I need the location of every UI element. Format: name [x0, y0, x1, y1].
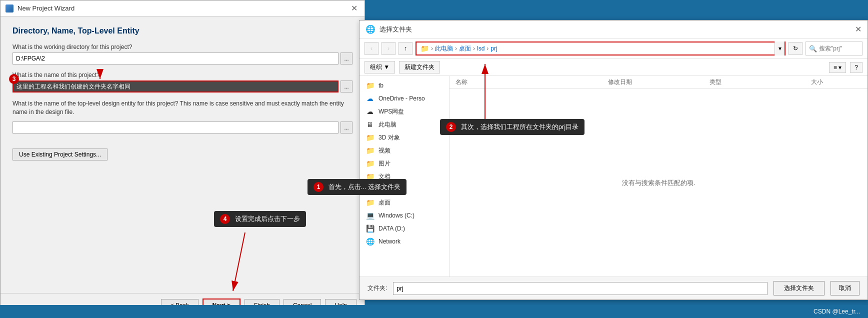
refresh-button[interactable]: ↻	[788, 42, 802, 55]
search-input[interactable]	[819, 45, 859, 52]
crumb-desktop[interactable]: 桌面	[459, 44, 471, 53]
dir-label: What is the working directory for this p…	[12, 44, 352, 50]
annotation-2: 2 其次，选择我们工程所在文件夹的prj目录	[440, 119, 584, 135]
wizard-content: Directory, Name, Top-Level Entity What i…	[0, 16, 364, 293]
file-dialog-titlebar: 🌐 选择文件夹 ✕	[360, 20, 868, 38]
name-label: What is the name of this project?	[12, 72, 352, 78]
nav-item-onedrive[interactable]: ☁ OneDrive - Perso	[360, 92, 449, 105]
nav-item-network[interactable]: 🌐 Network	[360, 235, 449, 248]
col-size-header: 大小	[811, 78, 862, 86]
file-main-pane: 名称 修改日期 类型 大小 没有与搜索条件匹配的项.	[450, 76, 868, 276]
file-dialog-toolbar: ‹ › ↑ 📁 › 此电脑 › 桌面 › lsd › prj ▾ ↻ 🔍	[360, 38, 868, 59]
annotation-3-inline: 3	[9, 74, 19, 84]
nav-item-3d[interactable]: 📁 3D 对象	[360, 131, 449, 144]
onedrive-icon: ☁	[366, 94, 374, 103]
d-drive-icon: 💾	[366, 224, 374, 233]
file-dialog: 🌐 选择文件夹 ✕ ‹ › ↑ 📁 › 此电脑 › 桌面 › lsd › prj…	[359, 20, 868, 300]
wizard-close-button[interactable]: ✕	[349, 4, 360, 13]
desktop-folder-icon: 📁	[366, 198, 374, 207]
pictures-folder-icon: 📁	[366, 159, 374, 168]
crumb-pc[interactable]: 此电脑	[435, 44, 453, 53]
bottom-bar: CSDN @Lee_tr...	[0, 305, 868, 318]
wizard-titlebar: New Project Wizard ✕	[0, 0, 364, 16]
col-name-header: 名称	[456, 78, 608, 86]
address-dropdown-button[interactable]: ▾	[774, 42, 784, 56]
forward-nav-button[interactable]: ›	[382, 42, 396, 55]
wizard-main-title: Directory, Name, Top-Level Entity	[12, 26, 352, 36]
file-dialog-actions: 组织 ▼ 新建文件夹 ≡ ▾ ?	[360, 59, 868, 76]
file-nav-pane: 📁 tb ☁ OneDrive - Perso ☁ WPS网盘 🖥 此电脑 📁 …	[360, 76, 450, 276]
folder-icon: 📁	[366, 81, 374, 90]
nav-item-this-pc[interactable]: 🖥 此电脑	[360, 118, 449, 131]
file-dialog-title: 选择文件夹	[380, 25, 851, 34]
footer-label: 文件夹:	[368, 284, 387, 292]
video-folder-icon: 📁	[366, 146, 374, 155]
nav-item-d-drive[interactable]: 💾 DATA (D:)	[360, 222, 449, 235]
pc-icon: 🖥	[366, 120, 374, 129]
nav-item-tb[interactable]: 📁 tb	[360, 79, 449, 92]
file-list-header: 名称 修改日期 类型 大小	[450, 76, 868, 89]
up-nav-button[interactable]: ↑	[398, 42, 412, 55]
organize-button[interactable]: 组织 ▼	[364, 61, 395, 74]
wizard-window: New Project Wizard ✕ Directory, Name, To…	[0, 0, 365, 318]
wizard-title: New Project Wizard	[18, 4, 345, 12]
entity-input-row: ...	[12, 122, 352, 134]
entity-input[interactable]	[12, 122, 338, 134]
nav-item-pictures[interactable]: 📁 图片	[360, 157, 449, 170]
col-type-header: 类型	[710, 78, 811, 86]
bottom-bar-text: CSDN @Lee_tr...	[814, 308, 860, 315]
dialog-help-button[interactable]: ?	[850, 62, 862, 73]
address-bar: 📁 › 此电脑 › 桌面 › lsd › prj ▾	[416, 42, 786, 56]
crumb-prj[interactable]: prj	[490, 45, 497, 52]
empty-message: 没有与搜索条件匹配的项.	[622, 178, 696, 188]
name-input-row: ...	[12, 80, 352, 92]
file-list-content: 没有与搜索条件匹配的项.	[450, 89, 868, 276]
entity-browse-button[interactable]: ...	[340, 122, 352, 134]
dir-input[interactable]	[12, 52, 338, 64]
select-folder-button[interactable]: 选择文件夹	[774, 281, 824, 296]
c-drive-icon: 💻	[366, 211, 374, 220]
name-browse-button[interactable]: ...	[340, 80, 352, 92]
file-dialog-footer: 文件夹: 选择文件夹 取消	[360, 276, 868, 300]
project-name-input[interactable]	[12, 80, 338, 92]
search-icon: 🔍	[809, 45, 817, 52]
crumb-lsd[interactable]: lsd	[477, 45, 484, 52]
nav-item-wps[interactable]: ☁ WPS网盘	[360, 105, 449, 118]
folder-name-input[interactable]	[393, 282, 768, 295]
folder-icon: 📁	[420, 44, 429, 52]
annotation-1: 1 首先，点击... 选择文件夹	[308, 179, 406, 195]
nav-item-videos[interactable]: 📁 视频	[360, 144, 449, 157]
dir-input-row: ...	[12, 52, 352, 64]
search-area: 🔍	[806, 42, 862, 56]
use-existing-settings-button[interactable]: Use Existing Project Settings...	[12, 148, 108, 160]
nav-item-c-drive[interactable]: 💻 Windows (C:)	[360, 209, 449, 222]
dialog-cancel-button[interactable]: 取消	[830, 281, 860, 296]
dir-browse-button[interactable]: ...	[340, 52, 352, 64]
wps-icon: ☁	[366, 107, 374, 116]
wizard-icon	[6, 4, 14, 12]
nav-item-desktop[interactable]: 📁 桌面	[360, 196, 449, 209]
back-nav-button[interactable]: ‹	[364, 42, 378, 55]
annotation-3-num: 3	[9, 74, 19, 84]
network-icon: 🌐	[366, 237, 374, 246]
3d-folder-icon: 📁	[366, 133, 374, 142]
entity-desc: What is the name of the top-level design…	[12, 100, 352, 116]
file-dialog-close-button[interactable]: ✕	[855, 24, 862, 34]
view-button[interactable]: ≡ ▾	[829, 62, 846, 73]
col-date-header: 修改日期	[608, 78, 710, 86]
new-folder-button[interactable]: 新建文件夹	[399, 61, 440, 74]
file-dialog-icon: 🌐	[366, 24, 376, 34]
address-bar-content: 📁 › 此电脑 › 桌面 › lsd › prj	[416, 44, 774, 53]
annotation-4: 4 设置完成后点击下一步	[214, 211, 306, 227]
file-dialog-body: 📁 tb ☁ OneDrive - Perso ☁ WPS网盘 🖥 此电脑 📁 …	[360, 76, 868, 276]
